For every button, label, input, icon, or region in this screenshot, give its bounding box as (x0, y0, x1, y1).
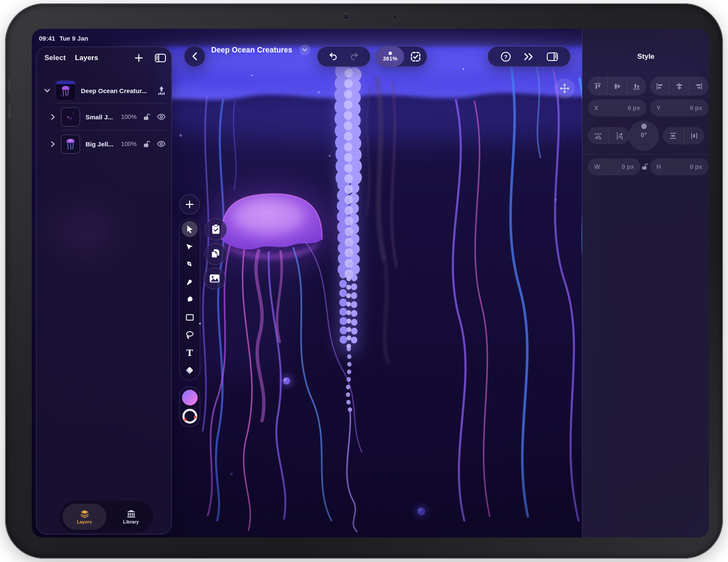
layer-name: Small J... (85, 113, 113, 121)
layer-row-small-jellyfish[interactable]: Small J... 100% (36, 107, 171, 127)
tool-eraser[interactable] (182, 362, 198, 378)
plus-icon (185, 200, 194, 209)
pencil-tip-icon (186, 278, 193, 286)
height-field[interactable]: H 0 px (650, 158, 709, 175)
layers-panel-header: Select Layers (36, 47, 171, 69)
tab-layers[interactable]: Layers (75, 54, 98, 62)
zoom-level-button[interactable]: 361% (376, 47, 404, 66)
distribute-horizontal-button[interactable] (684, 127, 705, 144)
add-element-button[interactable] (179, 194, 200, 215)
align-left-icon (656, 82, 664, 91)
shape-options-dot (199, 322, 201, 325)
clipboard-check-icon (211, 224, 221, 235)
layer-opacity[interactable]: 100% (121, 140, 137, 147)
align-left-button[interactable] (650, 77, 669, 96)
toolbar-right-group: ? (488, 46, 571, 67)
artboard-export-icon[interactable] (157, 86, 166, 95)
chevron-down-icon[interactable] (44, 88, 50, 93)
layer-row-big-jellyfish[interactable]: Big Jell... 100% (36, 134, 171, 154)
add-layer-button[interactable] (134, 53, 143, 63)
visibility-eye-icon[interactable] (157, 113, 166, 120)
toggle-right-panel-button[interactable] (546, 52, 558, 61)
stroke-color-well[interactable] (182, 409, 197, 424)
app-screen: 09:41 Tue 9 Jan 100% Deep Ocean Creat (32, 29, 709, 537)
tool-pencil[interactable] (182, 274, 198, 290)
footer-tab-layers[interactable]: Layers (63, 504, 106, 530)
tool-lasso[interactable] (182, 327, 198, 343)
redo-button[interactable] (349, 52, 358, 61)
tool-shape[interactable] (182, 309, 198, 325)
tool-text[interactable]: T (182, 344, 198, 361)
chevron-right-icon[interactable] (51, 141, 55, 147)
distribute-vertical-icon (669, 132, 677, 140)
tab-select[interactable]: Select (44, 54, 66, 62)
pen-nib-icon (184, 259, 195, 270)
tool-node[interactable] (182, 239, 198, 255)
lasso-icon (185, 331, 194, 339)
status-time: 09:41 (39, 35, 55, 42)
width-field[interactable]: W 0 px (588, 158, 640, 175)
aspect-lock-icon[interactable] (641, 163, 649, 171)
lock-open-icon[interactable] (143, 113, 151, 121)
align-top-button[interactable] (588, 77, 607, 96)
distribute-horizontal-icon (690, 132, 698, 140)
x-value: 0 px (628, 105, 640, 111)
insert-image-button[interactable] (204, 267, 226, 289)
artboard-row[interactable]: Deep Ocean Creatur... (36, 81, 171, 100)
select-all-button[interactable] (404, 51, 427, 62)
flip-horizontal-button[interactable] (588, 127, 609, 144)
marquee-check-icon (410, 51, 421, 62)
lock-open-icon[interactable] (143, 140, 151, 148)
layer-opacity[interactable]: 100% (121, 113, 137, 120)
h-label: H (656, 163, 661, 170)
distribute-vertical-button[interactable] (663, 127, 684, 144)
layer-thumbnail[interactable] (61, 107, 80, 127)
align-center-icon (676, 82, 683, 91)
flip-vertical-button[interactable] (609, 127, 630, 144)
layer-thumbnail[interactable] (61, 135, 80, 154)
expand-tools-button[interactable] (523, 52, 534, 61)
layers-stack-icon (80, 510, 89, 518)
align-middle-button[interactable] (607, 77, 626, 96)
toggle-left-panel-button[interactable] (154, 53, 166, 63)
document-title: Deep Ocean Creatures (211, 46, 292, 55)
undo-icon (329, 52, 338, 61)
flip-vertical-icon (615, 132, 623, 140)
y-position-field[interactable]: Y 0 px (650, 99, 709, 116)
volume-down-button (8, 104, 11, 118)
visibility-eye-icon[interactable] (157, 140, 166, 147)
paste-button[interactable] (205, 218, 227, 240)
align-right-button[interactable] (689, 77, 709, 96)
fill-color-well[interactable] (182, 390, 198, 405)
tool-select[interactable] (182, 221, 198, 237)
status-bar-left: 09:41 Tue 9 Jan (39, 35, 88, 42)
back-button[interactable] (184, 46, 205, 67)
title-dropdown-button[interactable] (299, 44, 310, 55)
align-top-icon (593, 83, 602, 90)
row-divider (57, 103, 166, 103)
help-button[interactable]: ? (500, 51, 511, 62)
footer-tab-library[interactable]: Library (109, 504, 153, 530)
tool-brush[interactable] (182, 292, 198, 308)
undo-button[interactable] (329, 52, 338, 61)
sidebar-left-icon (154, 53, 166, 63)
w-label: W (594, 163, 600, 170)
canvas-move-button[interactable] (554, 78, 575, 99)
align-bottom-button[interactable] (627, 77, 646, 96)
artboard-thumbnail[interactable] (55, 80, 76, 101)
w-value: 0 px (622, 163, 634, 170)
layer-name: Big Jell... (85, 140, 113, 148)
tool-pen[interactable] (182, 256, 198, 272)
rotation-value: 0° (641, 131, 647, 138)
distribute-group (663, 127, 704, 144)
align-middle-icon (613, 83, 621, 90)
duplicate-button[interactable] (204, 243, 226, 265)
rotation-knob[interactable] (641, 124, 647, 129)
chevron-right-icon[interactable] (51, 114, 55, 120)
artboard-name: Deep Ocean Creatur... (81, 87, 147, 94)
brush-blob-icon (186, 296, 193, 303)
rotation-dial[interactable]: 0° (629, 121, 659, 151)
align-center-button[interactable] (669, 77, 689, 96)
x-position-field[interactable]: X 0 px (588, 99, 646, 116)
node-arrow-icon (186, 243, 193, 250)
